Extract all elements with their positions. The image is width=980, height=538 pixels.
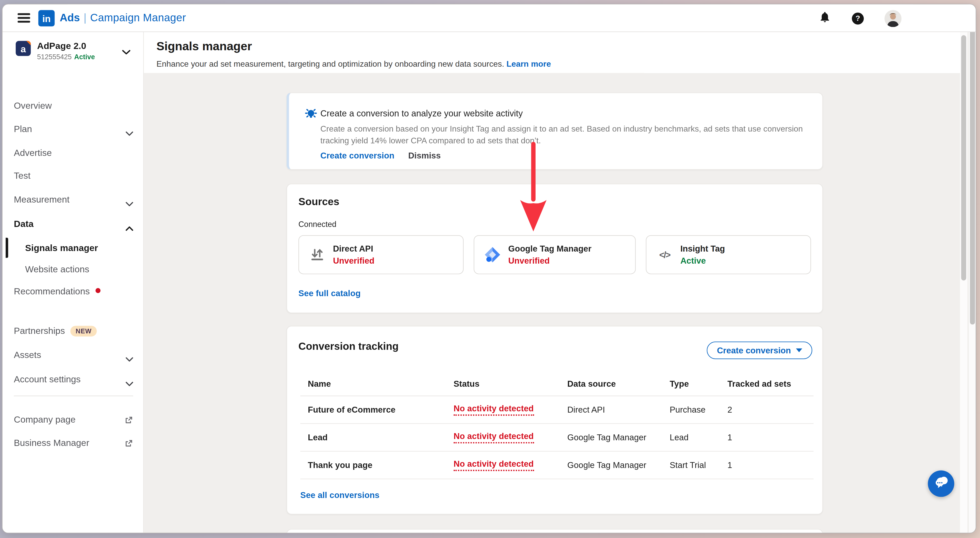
chevron-down-icon xyxy=(126,353,133,364)
outer-scrollbar-thumb[interactable] xyxy=(970,8,975,325)
create-conversion-button[interactable]: Create conversion xyxy=(707,342,813,359)
sidebar-item-label: Overview xyxy=(14,101,52,110)
conversion-data-source: Google Tag Manager xyxy=(567,433,670,442)
sidebar-item-label: Company page xyxy=(14,414,76,425)
sidebar-item-measurement[interactable]: Measurement xyxy=(3,188,144,211)
external-link-icon xyxy=(124,416,133,427)
chevron-down-icon xyxy=(126,198,133,209)
sidebar-item-label: Recommendations xyxy=(14,286,90,296)
sidebar-item-label: Measurement xyxy=(14,195,69,204)
connected-label: Connected xyxy=(298,220,336,229)
account-logo: a xyxy=(16,41,31,56)
sidebar-divider xyxy=(14,396,133,396)
sidebar-item-label: Business Manager xyxy=(14,438,89,448)
linkedin-logo[interactable]: in xyxy=(38,10,55,26)
table-row[interactable]: Thank you page No activity detected Goog… xyxy=(300,452,813,479)
conversion-type: Start Trial xyxy=(670,460,727,470)
source-tile-direct-api[interactable]: Direct API Unverified xyxy=(298,235,464,274)
sidebar-item-assets[interactable]: Assets xyxy=(3,343,144,366)
source-name: Direct API xyxy=(333,244,374,254)
active-item-indicator xyxy=(6,238,8,258)
see-all-conversions-link[interactable]: See all conversions xyxy=(300,490,379,500)
notifications-bell-icon[interactable] xyxy=(819,11,831,26)
status-no-activity[interactable]: No activity detected xyxy=(453,459,534,471)
status-no-activity[interactable]: No activity detected xyxy=(453,431,534,443)
sidebar-item-business-manager[interactable]: Business Manager xyxy=(3,431,144,454)
source-status: Unverified xyxy=(333,256,374,265)
help-icon[interactable]: ? xyxy=(852,12,864,24)
page-subtitle: Enhance your ad set measurement, targeti… xyxy=(156,59,551,69)
source-tile-google-tag-manager[interactable]: Google Tag Manager Unverified xyxy=(474,235,636,274)
sidebar-item-advertise[interactable]: Advertise xyxy=(3,142,144,164)
user-avatar[interactable] xyxy=(885,10,901,27)
sidebar-item-label: Account settings xyxy=(14,374,81,384)
outer-scrollbar-track[interactable] xyxy=(968,4,975,533)
inner-scrollbar-thumb[interactable] xyxy=(961,35,966,281)
conversion-tracking-title: Conversion tracking xyxy=(298,340,399,352)
source-tile-insight-tag[interactable]: </> Insight Tag Active xyxy=(646,235,811,274)
column-header-tracked-ad-sets: Tracked ad sets xyxy=(727,379,813,388)
conversion-name: Future of eCommerce xyxy=(300,405,453,414)
direct-api-icon xyxy=(309,247,326,262)
banner-title: Create a conversion to analyze your webs… xyxy=(320,108,523,118)
app-brand: Ads|Campaign Manager xyxy=(60,12,186,25)
sidebar-item-account-settings[interactable]: Account settings xyxy=(3,368,144,391)
sidebar-item-label: Data xyxy=(14,219,33,229)
new-badge: NEW xyxy=(71,326,97,336)
column-header-status: Status xyxy=(453,379,567,388)
sidebar-item-test[interactable]: Test xyxy=(3,164,144,187)
see-full-catalog-link[interactable]: See full catalog xyxy=(298,289,361,298)
table-row[interactable]: Future of eCommerce No activity detected… xyxy=(300,396,813,424)
hamburger-menu-icon[interactable] xyxy=(18,13,30,23)
inner-scrollbar-track[interactable] xyxy=(959,32,967,533)
chat-support-button[interactable] xyxy=(928,471,954,497)
insight-tag-code-icon: </> xyxy=(657,250,673,260)
page-header: Signals manager Enhance your ad set meas… xyxy=(144,32,960,73)
create-conversion-link[interactable]: Create conversion xyxy=(320,151,395,161)
dismiss-link[interactable]: Dismiss xyxy=(408,151,441,161)
caret-down-icon xyxy=(796,348,802,352)
banner-body: Create a conversion based on your Insigh… xyxy=(320,123,812,147)
sidebar-item-label: Plan xyxy=(14,124,32,134)
conversion-data-source: Direct API xyxy=(567,405,670,414)
sources-card: Sources Connected Direct API Unverified xyxy=(286,184,823,313)
sidebar-item-data[interactable]: Data xyxy=(3,212,144,235)
top-navigation-bar: in Ads|Campaign Manager ? xyxy=(3,4,976,32)
screenshot-stage: in Ads|Campaign Manager ? xyxy=(0,0,980,538)
table-row[interactable]: Lead No activity detected Google Tag Man… xyxy=(300,424,813,452)
conversion-tracked-ad-sets: 2 xyxy=(727,405,813,414)
table-header-row: Name Status Data source Type Tracked ad … xyxy=(300,372,813,396)
chevron-down-icon xyxy=(126,127,133,138)
app-window: in Ads|Campaign Manager ? xyxy=(2,4,976,533)
chevron-down-icon xyxy=(126,377,133,389)
account-switcher[interactable]: a AdPage 2.0 512555425Active xyxy=(16,41,95,60)
account-chevron-down-icon[interactable] xyxy=(122,46,130,57)
account-name: AdPage 2.0 xyxy=(37,41,95,51)
account-status: Active xyxy=(74,53,95,60)
account-meta: 512555425Active xyxy=(37,53,95,60)
sidebar-item-company-page[interactable]: Company page xyxy=(3,408,144,431)
sidebar-item-overview[interactable]: Overview xyxy=(3,94,144,117)
sidebar-item-website-actions[interactable]: Website actions xyxy=(3,258,144,281)
create-conversion-button-label: Create conversion xyxy=(717,346,791,355)
page-title: Signals manager xyxy=(156,40,252,54)
learn-more-link[interactable]: Learn more xyxy=(506,59,551,69)
status-no-activity[interactable]: No activity detected xyxy=(453,404,534,416)
lightbulb-icon xyxy=(304,107,318,125)
source-status: Unverified xyxy=(508,256,592,265)
sidebar-item-recommendations[interactable]: Recommendations xyxy=(3,280,144,302)
chat-bubbles-icon xyxy=(934,476,949,492)
sidebar-item-label: Advertise xyxy=(14,148,52,158)
sidebar-item-label: Partnerships xyxy=(14,326,65,336)
conversion-data-source: Google Tag Manager xyxy=(567,460,670,470)
page-subtitle-text: Enhance your ad set measurement, targeti… xyxy=(156,59,504,69)
column-header-data-source: Data source xyxy=(567,379,670,388)
notification-dot xyxy=(95,288,101,293)
conversion-tip-banner: Create a conversion to analyze your webs… xyxy=(286,93,823,170)
external-link-icon xyxy=(124,439,133,450)
sidebar-item-partnerships[interactable]: Partnerships NEW xyxy=(3,319,144,342)
source-status: Active xyxy=(680,256,725,265)
sidebar-item-signals-manager[interactable]: Signals manager xyxy=(3,236,144,259)
sidebar-item-plan[interactable]: Plan xyxy=(3,118,144,140)
chevron-up-icon xyxy=(126,222,133,233)
